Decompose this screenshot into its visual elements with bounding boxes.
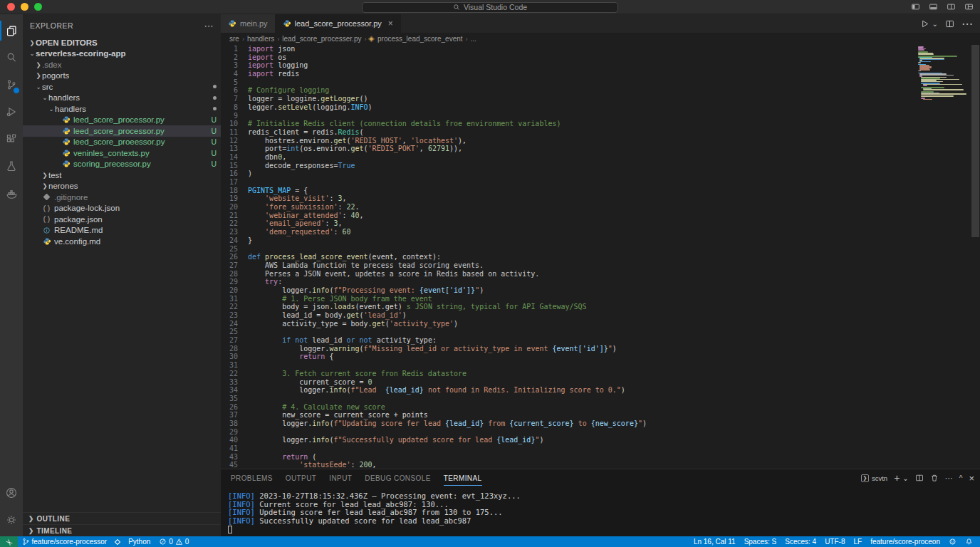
split-editor-icon[interactable] (945, 19, 954, 28)
terminal-output[interactable]: [INFO] 2023-10-27T18:15:32.436Z — Proces… (221, 486, 980, 536)
tab-size-item[interactable]: Sceces: 4 (781, 536, 820, 547)
shell-selector[interactable]: ❯ scvtn (861, 474, 887, 482)
code-line[interactable]: 4iaport redis (221, 70, 915, 78)
code-line[interactable]: 28 Perses a JSON event, updetes a score … (221, 270, 915, 278)
customize-layout-icon[interactable] (964, 1, 974, 12)
code-line[interactable]: 20 logger.info(f"Processing event: {even… (221, 286, 915, 295)
close-panel-icon[interactable]: × (969, 473, 974, 484)
code-line[interactable]: 45 'statusEede': 200, (221, 461, 915, 469)
code-line[interactable]: 13 port=int(os.environ.get('REDIS_POKT',… (221, 145, 915, 153)
code-line[interactable]: 7logger = loggine.getLogger() (221, 95, 915, 103)
code-line[interactable]: 11redis_client = redis.Redis( (221, 128, 915, 137)
code-line[interactable]: 24} (221, 236, 915, 245)
maximize-panel-icon[interactable]: ^ (959, 474, 963, 482)
code-line[interactable]: 21 'webinar_attended': 40, (221, 212, 915, 220)
source-control-icon[interactable] (0, 71, 23, 98)
eol-item[interactable]: LF (849, 536, 866, 547)
code-line[interactable]: 10# Initialise Redis client (connection … (221, 120, 915, 128)
chevron-down-icon[interactable]: ⌄ (41, 94, 48, 101)
code-line[interactable]: 25 (221, 328, 915, 336)
code-editor[interactable]: 1iaport json2ieport os3ieport logging4ia… (221, 45, 980, 469)
tab-terminal[interactable]: TERMINAL (444, 469, 482, 486)
extensions-icon[interactable] (0, 125, 23, 152)
tree-item-scoring-precessor.py[interactable]: scoring_precessor.pyU (23, 159, 221, 170)
breadcrumb-item[interactable]: ... (471, 35, 476, 43)
code-line[interactable]: 29 try: (221, 278, 915, 286)
code-line[interactable]: 14 dbn0, (221, 153, 915, 162)
tab-lead-score-processor-py[interactable]: lead_score_processor.py × (276, 14, 401, 33)
breadcrumb-item[interactable]: lead_score_processer.py (282, 35, 361, 43)
toggle-panel-icon[interactable] (928, 1, 939, 12)
code-line[interactable]: 15 decode_responses=True (221, 162, 915, 170)
explorer-more-icon[interactable]: ⋯ (204, 21, 214, 31)
chevron-down-icon[interactable]: ⌄ (28, 50, 36, 57)
code-line[interactable]: 12 hostres.environ.get('REDIS_HOST', 'lo… (221, 137, 915, 145)
code-line[interactable]: 30 return { (221, 353, 915, 361)
code-line[interactable]: 17 (221, 178, 915, 187)
code-line[interactable]: 1iaport json (221, 45, 915, 53)
toggle-secondary-sidebar-icon[interactable] (946, 1, 956, 12)
code-line[interactable]: 22 3. Fetch current score fron Redis dat… (221, 370, 915, 378)
code-line[interactable]: 26def process_lead_score_event(event, co… (221, 253, 915, 261)
kill-terminal-trash-icon[interactable] (930, 474, 939, 482)
tree-item-leed-score-processor.py[interactable]: leed_score_processor.pyU (23, 115, 221, 126)
breadcrumb-item[interactable]: process_lead_score_event (377, 35, 463, 43)
run-python-icon[interactable] (920, 19, 929, 28)
tree-item-leed-score-proeessor.py[interactable]: leed_score_proeessor.pyU (23, 137, 221, 148)
tree-item-src[interactable]: ⌄src (23, 81, 221, 93)
remote-indicator[interactable]: >< (0, 536, 18, 547)
tree-item-leed-score-processor.py[interactable]: leed_score_processor.pyU (23, 125, 221, 137)
code-line[interactable]: 27 if not lead_id or not activity_type: (221, 336, 915, 345)
editor-scrollbar[interactable] (971, 45, 980, 469)
tree-item-.sdex[interactable]: ❯.sdex (23, 59, 221, 71)
new-terminal-icon[interactable]: + (894, 472, 900, 484)
code-line[interactable]: 16) (221, 170, 915, 178)
split-terminal-icon[interactable] (915, 474, 924, 482)
chevron-right-icon[interactable]: ❯ (41, 172, 48, 179)
close-window-button[interactable] (7, 3, 15, 11)
editor-more-icon[interactable]: ⋯ (961, 17, 973, 31)
tree-item-.gitignore[interactable]: .gitignore (23, 192, 221, 203)
code-line[interactable]: 35 (221, 395, 915, 403)
chevron-down-icon[interactable]: ⌄ (48, 105, 55, 113)
indentation-item[interactable]: Spaces: S (740, 536, 781, 547)
tree-item-nerones[interactable]: ❯nerones (23, 181, 221, 192)
code-line[interactable]: 20 'fore_subxission': 22. (221, 203, 915, 212)
code-line[interactable]: 41 (221, 444, 915, 453)
chevron-right-icon[interactable]: ❯ (35, 61, 42, 68)
terminal-dropdown-icon[interactable]: ⌄ (902, 474, 908, 482)
tree-item-handlers[interactable]: ⌄handlers (23, 93, 221, 104)
sync-item[interactable] (111, 536, 124, 547)
code-line[interactable]: 34 logger.info(f"Lead {lead_id} not foun… (221, 386, 915, 395)
code-line[interactable]: 6# Configure logging (221, 86, 915, 95)
code-line[interactable]: 33 current_score = 0 (221, 378, 915, 387)
code-line[interactable]: 27 AWS Lambda function te precess tead s… (221, 261, 915, 270)
tab-problems[interactable]: PROBLEMS (231, 469, 273, 486)
zoom-window-button[interactable] (34, 3, 42, 11)
code-line[interactable]: 22 'email_apened': 3, (221, 219, 915, 228)
code-line[interactable]: 40 logger.info(f"Successfully updated sc… (221, 436, 915, 444)
tab-input[interactable]: INPUT (329, 469, 352, 486)
tree-item-pogorts[interactable]: ❯pogorts (23, 71, 221, 82)
chevron-right-icon[interactable]: ❯ (41, 182, 48, 189)
search-icon[interactable] (0, 44, 23, 71)
code-line[interactable]: 26 # 4. Calculate new score (221, 403, 915, 412)
code-line[interactable]: 19 'website_visit': 3, (221, 194, 915, 203)
git-branch-item[interactable]: feature/score-processor (18, 536, 112, 547)
chevron-down-icon[interactable]: ⌄ (35, 83, 42, 90)
tree-item-package.json[interactable]: ( )package.json (23, 214, 221, 225)
code-line[interactable]: 8legger.setLevel(logging.INFO) (221, 103, 915, 112)
outline-section[interactable]: ❯ OUTLINE (23, 512, 221, 524)
branch-status-item[interactable]: feature/score-proceon (866, 536, 944, 547)
feedback-item[interactable] (944, 536, 961, 547)
settings-gear-icon[interactable] (0, 506, 23, 533)
tree-item-serverless-ecoring-app[interactable]: ⌄serverless-ecoring-app (23, 48, 221, 60)
encoding-item[interactable]: UTF-8 (820, 536, 849, 547)
command-center[interactable]: Visual Studio Code (362, 2, 618, 13)
code-line[interactable]: 18PGINTS_MAP = { (221, 187, 915, 195)
code-line[interactable]: 28 logger.warning(f"Missing leed_id or a… (221, 345, 915, 353)
problems-item[interactable]: 0 0 (155, 536, 193, 547)
code-line[interactable]: 22 body = json.loads(event.get) s JSON s… (221, 303, 915, 311)
accounts-icon[interactable] (0, 479, 23, 506)
tree-item-ve.config.md[interactable]: ve.config.md (23, 236, 221, 247)
